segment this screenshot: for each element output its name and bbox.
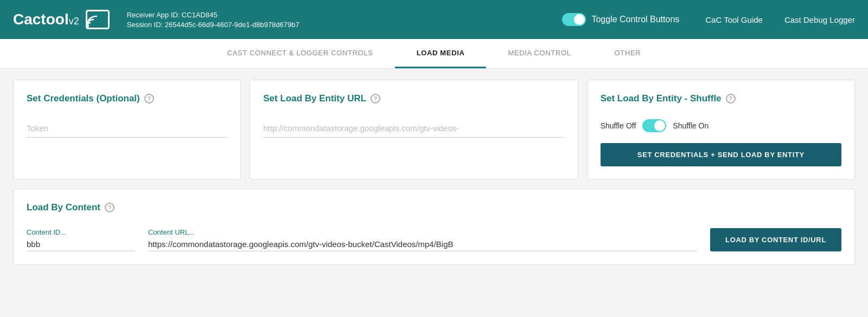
control-buttons-toggle[interactable] <box>562 13 586 26</box>
entity-shuffle-title-text: Set Load By Entity - Shuffle <box>601 93 722 104</box>
header-nav: CaC Tool Guide Cast Debug Logger <box>705 15 855 24</box>
logo-version: v2 <box>69 16 79 27</box>
load-content-button[interactable]: LOAD BY CONTENT ID/URL <box>710 228 841 251</box>
top-row: Set Credentials (Optional) ? Set Load By… <box>13 80 855 180</box>
svg-point-1 <box>86 24 89 28</box>
shuffle-off-label: Shuffle Off <box>601 121 636 130</box>
tab-load-media[interactable]: LOAD MEDIA <box>395 39 487 68</box>
cast-icon <box>86 10 110 29</box>
entity-url-card-title: Set Load By Entity URL ? <box>263 93 564 104</box>
receiver-app-id: Receiver App ID: CC1AD845 <box>127 11 563 19</box>
content-id-value[interactable]: bbb <box>27 240 135 251</box>
load-content-title-text: Load By Content <box>27 202 100 213</box>
logo-text: Cactoolv2 <box>13 11 79 28</box>
cast-debug-logger-link[interactable]: Cast Debug Logger <box>784 15 855 24</box>
tab-cast-connect[interactable]: CAST CONNECT & LOGGER CONTROLS <box>206 39 395 68</box>
entity-shuffle-card: Set Load By Entity - Shuffle ? Shuffle O… <box>587 80 855 180</box>
load-content-card: Load By Content ? Content ID... bbb Cont… <box>13 189 855 265</box>
credentials-title-text: Set Credentials (Optional) <box>27 93 140 104</box>
credentials-card: Set Credentials (Optional) ? <box>13 80 241 180</box>
load-content-card-title: Load By Content ? <box>27 202 841 213</box>
session-id: Session ID: 26544d5c-66d9-4607-9de1-d8b9… <box>127 21 563 29</box>
logo-area: Cactoolv2 <box>13 10 110 29</box>
shuffle-row: Shuffle Off Shuffle On <box>601 119 841 132</box>
load-content-help-icon[interactable]: ? <box>105 203 114 212</box>
shuffle-on-label: Shuffle On <box>673 121 709 130</box>
toggle-label: Toggle Control Buttons <box>591 15 679 24</box>
entity-url-input[interactable] <box>263 119 564 138</box>
app-header: Cactoolv2 Receiver App ID: CC1AD845 Sess… <box>0 0 868 39</box>
tab-media-control[interactable]: MEDIA CONTROL <box>486 39 592 68</box>
entity-url-help-icon[interactable]: ? <box>371 94 380 103</box>
entity-url-card: Set Load By Entity URL ? <box>250 80 578 180</box>
content-url-value[interactable]: https://commondatastorage.googleapis.com… <box>148 240 697 251</box>
credentials-help-icon[interactable]: ? <box>144 94 154 103</box>
toggle-area: Toggle Control Buttons <box>562 13 679 26</box>
bottom-row-fields: Content ID... bbb Content URL... https:/… <box>27 228 841 251</box>
header-info: Receiver App ID: CC1AD845 Session ID: 26… <box>127 11 563 29</box>
content-id-label: Content ID... <box>27 228 135 236</box>
entity-shuffle-card-title: Set Load By Entity - Shuffle ? <box>601 93 841 104</box>
tabs-bar: CAST CONNECT & LOGGER CONTROLS LOAD MEDI… <box>0 39 868 69</box>
content-url-group: Content URL... https://commondatastorage… <box>148 228 697 251</box>
tab-other[interactable]: OTHER <box>593 39 663 68</box>
main-content: Set Credentials (Optional) ? Set Load By… <box>0 69 868 276</box>
cac-tool-guide-link[interactable]: CaC Tool Guide <box>705 15 763 24</box>
set-credentials-send-load-button[interactable]: SET CREDENTIALS + SEND LOAD BY ENTITY <box>601 143 841 166</box>
entity-url-title-text: Set Load By Entity URL <box>263 93 366 104</box>
shuffle-toggle[interactable] <box>642 119 666 132</box>
logo-name: Cactool <box>13 11 69 28</box>
token-input[interactable] <box>27 119 227 138</box>
content-url-label: Content URL... <box>148 228 697 236</box>
credentials-card-title: Set Credentials (Optional) ? <box>27 93 227 104</box>
entity-shuffle-help-icon[interactable]: ? <box>726 94 736 103</box>
content-id-group: Content ID... bbb <box>27 228 135 251</box>
